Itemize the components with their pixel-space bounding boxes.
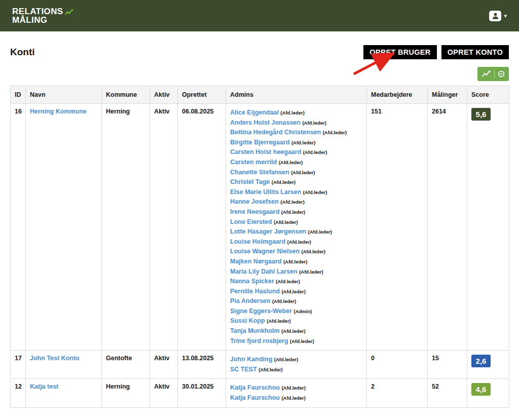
cell-navn: Katja test	[26, 379, 102, 407]
admin-link[interactable]: Nanna Spicker	[230, 278, 274, 285]
admin-link[interactable]: Pernille Haslund	[230, 288, 280, 295]
admin-link[interactable]: Tanja Munkholm	[230, 327, 280, 334]
cell-oprettet: 13.08.2025	[178, 351, 226, 379]
cell-maalinger: 2614	[428, 104, 467, 351]
cell-medarbejdere: 0	[367, 351, 428, 379]
admin-link[interactable]: Lotte Hasager Jørgensen	[230, 228, 306, 235]
admin-role: (Afd.leder)	[303, 149, 327, 155]
admin-link[interactable]: Carsten Holst heegaard	[230, 148, 301, 156]
admin-link[interactable]: Birgitte Bjerregaard	[230, 139, 289, 146]
admin-entry: Katja Faurschou (Afd.leder)	[230, 383, 362, 393]
cell-score: 2,6	[467, 351, 509, 379]
admin-role: (Afd.leder)	[281, 328, 306, 334]
admin-link[interactable]: Sussi Kopp	[230, 317, 265, 324]
admin-entry: Sussi Kopp (Afd.leder)	[230, 316, 362, 326]
admin-role: (Afd.leder)	[290, 338, 314, 344]
admin-link[interactable]: Lone Eiersted	[230, 218, 272, 225]
account-link[interactable]: Herning Kommune	[30, 108, 87, 115]
admin-role: (Afd.leder)	[279, 160, 303, 165]
cell-kommune: Herning	[102, 104, 150, 351]
admin-link[interactable]: Louise Wagner Nielsen	[230, 248, 300, 255]
admin-link[interactable]: Katja Faurschou	[230, 394, 280, 401]
stats-button[interactable]	[477, 67, 509, 81]
admin-role: (Afd.leder)	[291, 140, 316, 145]
admin-entry: SC TEST (Afd.leder)	[230, 365, 362, 375]
column-header-4: Oprettet	[178, 86, 226, 104]
cell-id: 12	[11, 379, 26, 407]
admin-link[interactable]: Pia Andersen	[230, 297, 270, 304]
cell-id: 16	[11, 104, 26, 351]
admin-entry: Nanna Spicker (Afd.leder)	[230, 277, 362, 287]
table-row: 17John Test KontoGentofteAktiv13.08.2025…	[11, 351, 509, 379]
admin-role: (Admin)	[294, 309, 312, 314]
page: RELATIONS MÅLING ▾ Konti OPRET BRUGER OP…	[0, 0, 519, 420]
table-body: 16Herning KommuneHerningAktiv06.08.2025A…	[11, 104, 509, 408]
admin-role: (Afd.leder)	[267, 318, 291, 324]
chevron-down-icon: ▾	[504, 13, 507, 19]
button-divider	[494, 70, 495, 78]
admin-link[interactable]: Trine fjord rosbjerg	[230, 337, 288, 345]
cell-maalinger: 52	[428, 379, 467, 407]
admin-role: (Afd.leder)	[272, 298, 296, 304]
column-header-8: Score	[467, 86, 509, 104]
score-badge: 2,6	[471, 355, 491, 367]
account-link[interactable]: John Test Konto	[30, 355, 80, 362]
cell-maalinger: 15	[428, 351, 467, 379]
accounts-table: IDNavnKommuneAktivOprettetAdminsMedarbej…	[10, 86, 509, 408]
admin-link[interactable]: Majken Nørgaard	[230, 258, 281, 265]
admin-link[interactable]: John Kanding	[230, 356, 272, 363]
chart-arrow-icon	[65, 9, 73, 16]
admin-link[interactable]: Hanne Josefsen	[230, 198, 279, 205]
opret-konto-button[interactable]: OPRET KONTO	[441, 45, 509, 59]
cell-score: 4,6	[467, 379, 509, 407]
admin-link[interactable]: Katja Faurschou	[230, 384, 280, 391]
admin-link[interactable]: Irene Neesgaard	[230, 208, 279, 215]
logo-text-line1: RELATIONS	[12, 7, 63, 16]
admin-link[interactable]: Bettina Hedegård Christensen	[230, 129, 321, 136]
admin-entry: John Kanding (Afd.leder)	[230, 355, 362, 365]
admin-link[interactable]: Chanette Stefansen	[230, 169, 289, 176]
admin-link[interactable]: Christel Tage	[230, 178, 270, 185]
admin-role: (Afd.leder)	[272, 179, 296, 185]
admin-entry: Pernille Haslund (Afd.leder)	[230, 287, 362, 297]
score-badge: 5,6	[471, 108, 491, 121]
admin-role: (Afd.leder)	[283, 259, 308, 264]
cell-kommune: Gentofte	[102, 351, 150, 379]
cell-score: 5,6	[467, 104, 509, 351]
cell-oprettet: 30.01.2025	[178, 379, 226, 407]
cell-kommune: Herning	[102, 379, 150, 407]
admin-entry: Hanne Josefsen (Afd.leder)	[230, 197, 362, 207]
admin-link[interactable]: SC TEST	[230, 366, 257, 373]
admin-entry: Tanja Munkholm (Afd.leder)	[230, 326, 362, 336]
cell-navn: John Test Konto	[26, 351, 102, 379]
admin-entry: Katja Faurschou (Afd.leder)	[230, 393, 362, 403]
admin-link[interactable]: Else Marie Ullits Larsen	[230, 188, 301, 196]
cell-admins: John Kanding (Afd.leder)SC TEST (Afd.led…	[226, 351, 367, 379]
admin-role: (Afd.leder)	[276, 279, 300, 284]
app-logo[interactable]: RELATIONS MÅLING	[12, 7, 73, 25]
admin-role: (Afd.leder)	[291, 170, 315, 175]
column-header-1: Navn	[26, 86, 102, 104]
table-header-row: IDNavnKommuneAktivOprettetAdminsMedarbej…	[11, 86, 509, 104]
admin-link[interactable]: Louise Holmgaard	[230, 238, 285, 245]
page-title: Konti	[10, 47, 35, 58]
column-header-5: Admins	[226, 86, 367, 104]
user-menu[interactable]: ▾	[489, 11, 507, 21]
admin-role: (Afd.leder)	[281, 209, 306, 215]
admin-link[interactable]: Carsten merrild	[230, 159, 277, 166]
cell-aktiv: Aktiv	[150, 351, 178, 379]
admin-role: (Afd.leder)	[302, 120, 326, 126]
admin-link[interactable]: Maria Lily Dahl Larsen	[230, 268, 298, 275]
logo-text-line2: MÅLING	[12, 16, 73, 24]
admin-role: (Afd.leder)	[303, 189, 327, 195]
admin-entry: Maria Lily Dahl Larsen (Afd.leder)	[230, 267, 362, 277]
column-header-7: Målinger	[428, 86, 467, 104]
admin-link[interactable]: Anders Holst Jonassen	[230, 119, 301, 126]
account-link[interactable]: Katja test	[30, 383, 58, 390]
admin-entry: Bettina Hedegård Christensen (Afd.leder)	[230, 128, 362, 138]
admin-role: (Afd.leder)	[274, 357, 299, 362]
admin-link[interactable]: Signe Eggers-Weber	[230, 308, 292, 315]
opret-bruger-button[interactable]: OPRET BRUGER	[363, 45, 436, 59]
admin-link[interactable]: Alice Eijgendaal	[230, 109, 279, 116]
admin-entry: Louise Wagner Nielsen (Afd.leder)	[230, 247, 362, 257]
